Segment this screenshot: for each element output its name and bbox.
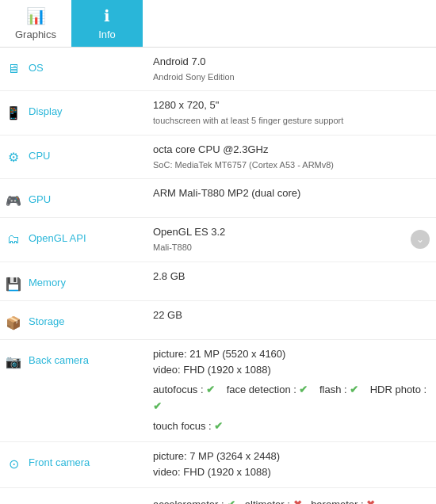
face-detection-check: ✔: [299, 384, 308, 395]
value-front-camera: picture: 7 MP (3264 x 2448) video: FHD (…: [148, 441, 436, 488]
value-os-main: Android 7.0: [153, 54, 431, 71]
autofocus-check: ✔: [206, 384, 215, 395]
info-table: 🖥 OS Android 7.0 Android Sony Edition 📱 …: [0, 48, 436, 504]
front-camera-icon: ⊙: [5, 456, 22, 474]
display-icon: 📱: [5, 105, 22, 123]
value-features: accelerometer : ✔ altimeter : ✖ baromete…: [148, 488, 436, 504]
row-memory: 💾 Memory 2.8 GB: [0, 262, 436, 300]
value-cpu-main: octa core CPU @2.3GHz: [153, 142, 431, 158]
tabs-container: 📊 Graphics ℹ Info: [0, 0, 436, 48]
label-front-camera: ⊙ Front camera: [5, 449, 143, 474]
label-back-camera: 📷 Back camera: [5, 346, 143, 372]
value-storage-main: 22 GB: [153, 307, 431, 324]
value-gpu-main: ARM Mali-T880 MP2 (dual core): [153, 185, 431, 202]
back-camera-checks-line2: touch focus : ✔: [153, 418, 431, 435]
touch-focus-label: touch focus :: [153, 420, 214, 432]
label-gpu-text: GPU: [29, 193, 51, 205]
label-memory: 💾 Memory: [5, 269, 143, 294]
label-features: ⚙ Features: [5, 494, 143, 504]
tab-graphics[interactable]: 📊 Graphics: [0, 0, 71, 47]
label-storage: 📦 Storage: [5, 307, 143, 333]
label-gpu: 🎮 GPU: [5, 185, 143, 211]
label-cpu-text: CPU: [29, 150, 50, 162]
value-display-sub: touchscreen with at least 5 finger gestu…: [153, 114, 431, 128]
value-memory: 2.8 GB: [148, 262, 436, 300]
label-opengl: 🗂 OpenGL API: [5, 224, 143, 250]
label-storage-text: Storage: [29, 315, 65, 327]
value-opengl-main: OpenGL ES 3.2: [153, 224, 431, 241]
label-os: 🖥 OS: [5, 54, 143, 79]
row-os: 🖥 OS Android 7.0 Android Sony Edition: [0, 48, 436, 91]
back-camera-icon: 📷: [5, 354, 22, 372]
row-gpu: 🎮 GPU ARM Mali-T880 MP2 (dual core): [0, 179, 436, 218]
flash-check: ✔: [350, 384, 358, 395]
value-os-sub: Android Sony Edition: [153, 71, 431, 85]
hdr-photo-label: HDR photo :: [370, 384, 427, 395]
label-back-camera-text: Back camera: [29, 354, 89, 366]
row-cpu: ⚙ CPU octa core CPU @2.3GHz SoC: MediaTe…: [0, 135, 436, 178]
autofocus-label: autofocus :: [153, 384, 206, 395]
value-memory-main: 2.8 GB: [153, 269, 431, 285]
row-storage: 📦 Storage 22 GB: [0, 300, 436, 339]
value-back-camera-video: video: FHD (1920 x 1088): [153, 362, 431, 379]
tab-info-label: Info: [98, 29, 116, 40]
row-display: 📱 Display 1280 x 720, 5" touchscreen wit…: [0, 91, 436, 135]
tab-graphics-label: Graphics: [15, 29, 56, 40]
flash-label: flash :: [319, 384, 350, 395]
label-opengl-text: OpenGL API: [29, 232, 86, 244]
tab-info[interactable]: ℹ Info: [71, 0, 143, 47]
gpu-icon: 🎮: [5, 193, 22, 211]
value-front-camera-video: video: FHD (1920 x 1088): [153, 464, 431, 481]
label-front-camera-text: Front camera: [29, 456, 90, 468]
value-opengl: OpenGL ES 3.2 Mali-T880 ⌄: [148, 218, 436, 262]
row-back-camera: 📷 Back camera picture: 21 MP (5520 x 416…: [0, 339, 436, 441]
info-icon: ℹ: [104, 6, 110, 25]
face-detection-label: face detection :: [227, 384, 300, 395]
feature-altimeter: altimeter : ✖: [245, 494, 302, 504]
label-display: 📱 Display: [5, 97, 143, 123]
row-features: ⚙ Features accelerometer : ✔ altimeter :…: [0, 488, 436, 504]
tab-bar: 📊 Graphics ℹ Info: [0, 0, 436, 48]
label-memory-text: Memory: [29, 277, 66, 288]
value-os: Android 7.0 Android Sony Edition: [148, 48, 436, 91]
back-camera-checks-line1: autofocus : ✔ face detection : ✔ flash :…: [153, 382, 431, 415]
value-cpu-sub: SoC: MediaTek MT6757 (Cortex A53 - ARMv8…: [153, 158, 431, 173]
opengl-icon: 🗂: [5, 232, 22, 250]
features-line-1: accelerometer : ✔ altimeter : ✖ baromete…: [153, 494, 431, 504]
feature-accelerometer: accelerometer : ✔: [153, 494, 235, 504]
value-storage: 22 GB: [148, 300, 436, 339]
cpu-icon: ⚙: [5, 150, 22, 167]
value-back-camera: picture: 21 MP (5520 x 4160) video: FHD …: [148, 339, 436, 441]
value-display: 1280 x 720, 5" touchscreen with at least…: [148, 91, 436, 135]
storage-icon: 📦: [5, 315, 22, 333]
value-gpu: ARM Mali-T880 MP2 (dual core): [148, 179, 436, 218]
value-opengl-sub: Mali-T880: [153, 241, 431, 255]
row-opengl: 🗂 OpenGL API OpenGL ES 3.2 Mali-T880 ⌄: [0, 218, 436, 262]
label-display-text: Display: [29, 105, 63, 117]
feature-barometer: barometer : ✖: [311, 494, 375, 504]
value-display-main: 1280 x 720, 5": [153, 97, 431, 114]
graphics-icon: 📊: [26, 6, 46, 25]
value-front-camera-picture: picture: 7 MP (3264 x 2448): [153, 449, 431, 465]
hdr-photo-check: ✔: [153, 400, 162, 412]
opengl-chevron-button[interactable]: ⌄: [411, 230, 430, 249]
os-icon: 🖥: [5, 62, 22, 79]
label-cpu: ⚙ CPU: [5, 142, 143, 167]
row-front-camera: ⊙ Front camera picture: 7 MP (3264 x 244…: [0, 441, 436, 488]
label-os-text: OS: [29, 62, 44, 74]
touch-focus-check: ✔: [214, 420, 223, 432]
value-back-camera-picture: picture: 21 MP (5520 x 4160): [153, 346, 431, 363]
memory-icon: 💾: [5, 277, 22, 294]
value-cpu: octa core CPU @2.3GHz SoC: MediaTek MT67…: [148, 135, 436, 178]
